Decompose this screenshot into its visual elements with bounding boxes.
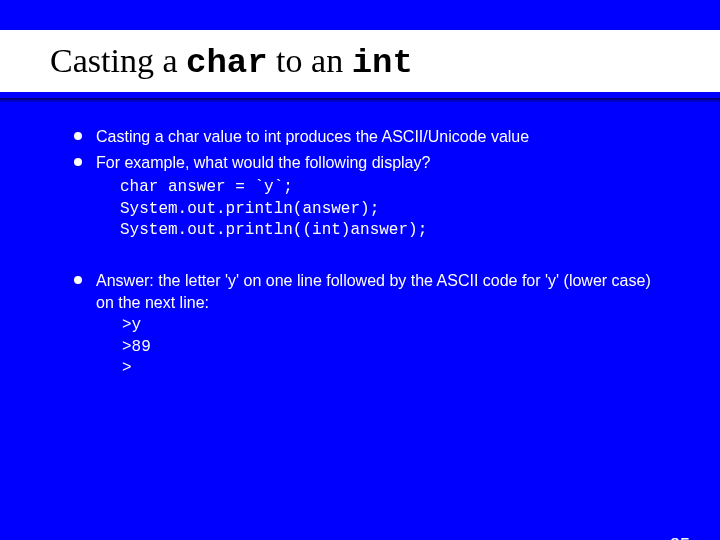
bullet-item: For example, what would the following di… [70, 152, 670, 174]
output-line: >y [122, 315, 670, 337]
bullet-item: Answer: the letter 'y' on one line follo… [70, 270, 670, 380]
output-block: >y >89 > [96, 315, 670, 380]
title-bar: Casting a char to an int [0, 30, 720, 92]
slide: Casting a char to an int Casting a char … [0, 30, 720, 540]
output-line: >89 [122, 337, 670, 359]
content-area: Casting a char value to int produces the… [0, 102, 720, 380]
code-line: char answer = `y`; [120, 177, 670, 199]
bullet-text: For example, what would the following di… [96, 154, 430, 171]
title-text-1: Casting a [50, 42, 186, 79]
bullet-text: Casting a char value to int produces the… [96, 128, 529, 145]
code-block: char answer = `y`; System.out.println(an… [70, 177, 670, 242]
output-line: > [122, 358, 670, 380]
title-code-2: int [352, 44, 413, 82]
code-line: System.out.println((int)answer); [120, 220, 670, 242]
footer-page-number: 35 [670, 535, 690, 540]
slide-title: Casting a char to an int [50, 42, 720, 82]
bullet-item: Casting a char value to int produces the… [70, 126, 670, 148]
code-line: System.out.println(answer); [120, 199, 670, 221]
title-code-1: char [186, 44, 268, 82]
footer: Chapter 2 Java: an Introduction to Compu… [0, 535, 720, 540]
title-text-2: to an [268, 42, 352, 79]
bullet-text: Answer: the letter 'y' on one line follo… [96, 272, 651, 311]
